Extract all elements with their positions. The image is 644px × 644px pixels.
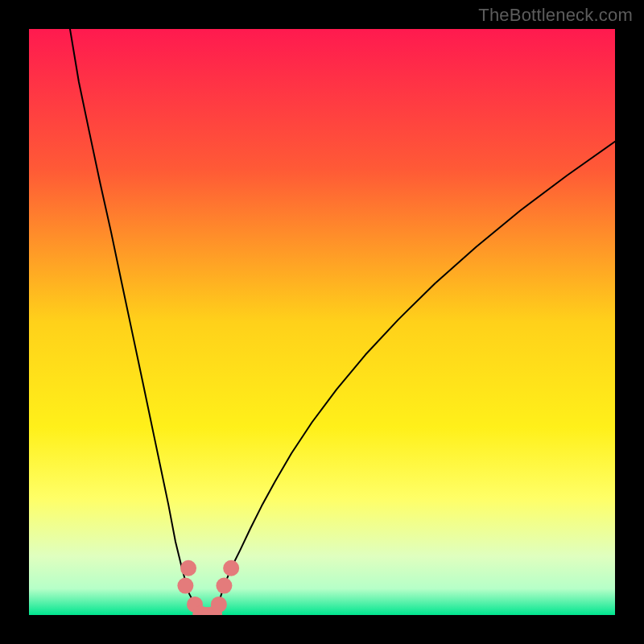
highlight-dot [216,578,232,594]
chart-frame: TheBottleneck.com [0,0,644,644]
highlight-dot [223,560,239,576]
chart-svg [29,29,615,615]
watermark-text: TheBottleneck.com [478,5,633,26]
gradient-background [29,29,615,615]
chart-plot-area [29,29,615,615]
highlight-dot [177,578,193,594]
highlight-dot [211,597,227,613]
highlight-dot [180,560,196,576]
